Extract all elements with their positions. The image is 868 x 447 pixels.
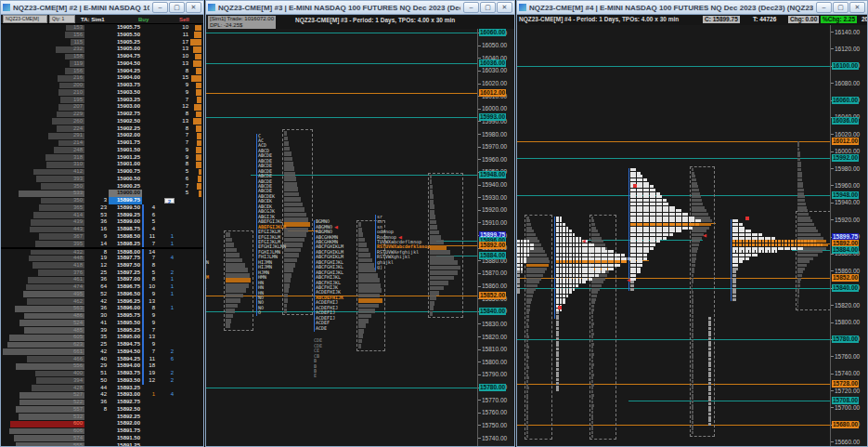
ask-size-cell[interactable] [175,334,190,341]
bid-size-cell[interactable] [84,168,109,176]
depth-cell[interactable] [142,385,157,392]
ask-size-cell[interactable] [175,255,190,262]
order-count-cell[interactable]: 2 [157,377,175,385]
order-count-cell[interactable] [157,204,175,212]
depth-cell[interactable] [142,97,157,104]
block-chart-area[interactable]: ◀◀◀16140.0016120.0016100.0016080.0016060… [517,25,867,446]
dom-row[interactable]: 4145315899.256 [1,212,203,219]
depth-cell[interactable]: 9 [142,312,157,320]
ask-size-cell[interactable]: 13 [175,46,190,53]
bid-size-cell[interactable] [84,125,109,133]
dom-row[interactable]: 4481915897.7574 [1,255,203,262]
dom-price-ladder[interactable]: 15315905.751015615905.501111515905.25172… [1,24,203,447]
bid-size-cell[interactable]: 40 [84,356,109,363]
depth-cell[interactable] [142,111,157,118]
order-count-cell[interactable] [157,118,175,125]
order-count-cell[interactable] [157,183,175,191]
order-count-cell[interactable] [157,435,175,442]
bid-size-cell[interactable] [84,414,109,421]
ask-size-cell[interactable] [175,212,190,219]
dom-row[interactable]: 4431615898.754 [1,226,203,233]
bid-size-cell[interactable] [84,46,109,53]
dom-row[interactable]: 29115902.007 [1,132,203,139]
depth-cell[interactable] [142,125,157,133]
ask-size-cell[interactable]: 15 [175,74,190,82]
bid-size-cell[interactable]: 42 [84,391,109,399]
dom-row[interactable]: 24815901.509 [1,147,203,154]
dom-row[interactable]: 53315900.005 [1,190,203,197]
bid-size-cell[interactable]: 25 [84,270,109,277]
dom-row[interactable]: 5244115895.509 [1,320,203,327]
ask-size-cell[interactable] [175,327,190,335]
dom-row[interactable]: 55515891.25 [1,442,203,447]
dom-row[interactable]: 15615904.258 [1,68,203,75]
ask-size-cell[interactable]: 11 [175,32,190,39]
order-count-cell[interactable] [157,226,175,233]
dom-row[interactable]: 53215892.25 [1,414,203,421]
ask-size-cell[interactable] [175,435,190,442]
ask-size-cell[interactable]: 8 [175,68,190,75]
bid-size-cell[interactable]: 25 [84,341,109,348]
ask-size-cell[interactable]: 9 [175,89,190,97]
bid-size-cell[interactable]: 23 [84,204,109,212]
order-count-cell[interactable] [157,341,175,348]
order-count-cell[interactable] [157,427,175,435]
dom-row[interactable]: 4746415896.75101 [1,283,203,291]
order-count-cell[interactable] [157,362,175,370]
ask-size-cell[interactable]: 12 [175,103,190,111]
dom-row[interactable]: 350315899.752 [1,197,203,204]
ask-size-cell[interactable] [175,226,190,233]
bid-size-cell[interactable]: 8 [84,406,109,414]
dom-row[interactable]: 11915904.5013 [1,60,203,68]
dom-row[interactable]: 19515903.257 [1,97,203,104]
ask-size-cell[interactable] [175,370,190,377]
bid-size-cell[interactable] [84,24,109,32]
depth-cell[interactable]: 11 [142,356,157,363]
ask-size-cell[interactable] [175,356,190,363]
bid-size-cell[interactable] [84,132,109,139]
dom-row[interactable]: 22915902.758 [1,111,203,118]
order-count-cell[interactable] [157,32,175,39]
dom-row[interactable]: 6232515894.759 [1,341,203,348]
ask-size-cell[interactable]: 8 [175,161,190,168]
qty-button[interactable]: Qty: 1 [49,15,75,23]
order-count-cell[interactable] [157,190,175,197]
bid-size-cell[interactable] [84,442,109,447]
depth-cell[interactable] [142,132,157,139]
bid-size-cell[interactable]: 30 [84,312,109,320]
bid-size-cell[interactable] [84,39,109,46]
ask-size-cell[interactable] [175,197,190,204]
depth-cell[interactable]: 7 [142,241,157,248]
dom-row[interactable]: 15815904.7510 [1,53,203,60]
bid-size-cell[interactable]: 29 [84,362,109,370]
depth-cell[interactable] [142,161,157,168]
dom-row[interactable]: 15615905.5011 [1,32,203,39]
dom-row[interactable]: 5562915894.0018 [1,362,203,370]
depth-cell[interactable] [142,176,157,183]
depth-cell[interactable]: 19 [142,370,157,377]
bid-size-cell[interactable] [84,183,109,191]
depth-cell[interactable] [142,414,157,421]
bid-size-cell[interactable]: 36 [84,305,109,312]
depth-cell[interactable]: 7 [142,348,157,356]
depth-cell[interactable]: 9 [142,320,157,327]
ask-size-cell[interactable]: 5 [175,168,190,176]
dom-row[interactable]: 432815898.0014 [1,247,203,255]
maximize-button[interactable]: ▢ [480,2,496,13]
order-count-cell[interactable] [157,312,175,320]
depth-cell[interactable] [142,60,157,68]
dom-row[interactable]: 3652315899.504 [1,204,203,212]
dom-row[interactable]: 367915898.50111 [1,233,203,241]
ask-size-cell[interactable] [175,218,190,226]
ask-size-cell[interactable] [175,305,190,312]
ask-size-cell[interactable]: 9 [175,154,190,162]
depth-cell[interactable]: 8 [142,276,157,283]
bid-size-cell[interactable] [84,68,109,75]
dom-row[interactable]: 557815892.50 [1,406,203,414]
dom-row[interactable]: 15315905.7510 [1,24,203,32]
dom-row[interactable]: 4005115893.75192 [1,370,203,377]
ask-size-cell[interactable]: 10 [175,53,190,60]
order-count-cell[interactable]: 1 [157,305,175,312]
depth-cell[interactable]: 9 [142,341,157,348]
bid-size-cell[interactable] [84,420,109,427]
